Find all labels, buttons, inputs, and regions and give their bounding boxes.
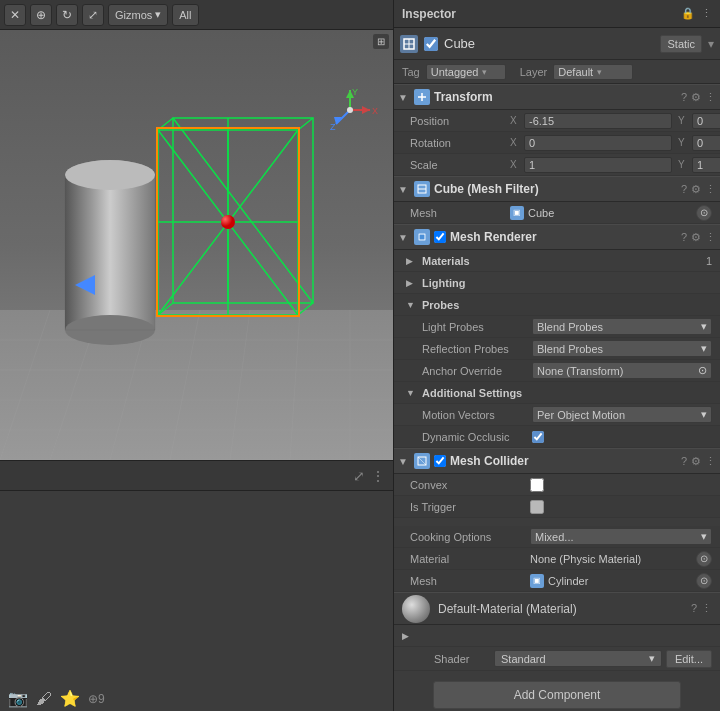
rotation-x-input[interactable] — [524, 135, 672, 151]
material-component-icons: ? ⋮ — [691, 602, 712, 615]
mesh-filter-expand-arrow: ▼ — [398, 184, 410, 195]
rotation-label: Rotation — [410, 137, 510, 149]
mesh-filter-component-header[interactable]: ▼ Cube (Mesh Filter) ? ⚙ ⋮ — [394, 176, 720, 202]
mesh-renderer-checkbox[interactable] — [434, 231, 446, 243]
additional-settings-label: Additional Settings — [422, 387, 522, 399]
mesh-collider-menu-icon[interactable]: ⋮ — [705, 455, 716, 468]
rotation-y-input[interactable] — [692, 135, 720, 151]
mesh-renderer-menu-icon[interactable]: ⋮ — [705, 231, 716, 244]
probes-expand-arrow: ▼ — [406, 300, 418, 310]
tag-dropdown[interactable]: Untagged ▾ — [426, 64, 506, 80]
brush-icon[interactable]: 🖌 — [36, 690, 52, 708]
all-button[interactable]: All — [172, 4, 198, 26]
svg-point-18 — [65, 160, 155, 190]
collider-mesh-select-button[interactable]: ⊙ — [696, 573, 712, 589]
lighting-expand-arrow: ▶ — [406, 278, 418, 288]
materials-label: Materials — [422, 255, 470, 267]
scale-y-input[interactable] — [692, 157, 720, 173]
mesh-filter-help-icon[interactable]: ? — [681, 183, 687, 196]
static-button[interactable]: Static — [660, 35, 702, 53]
light-probes-dropdown[interactable]: Blend Probes ▾ — [532, 318, 712, 335]
mesh-collider-component-header[interactable]: ▼ Mesh Collider ? ⚙ ⋮ — [394, 448, 720, 474]
tag-label: Tag — [402, 66, 420, 78]
position-y-input[interactable] — [692, 113, 720, 129]
move-tool-button[interactable]: ⊕ — [30, 4, 52, 26]
transform-tool-button[interactable]: ✕ — [4, 4, 26, 26]
additional-settings-header[interactable]: ▼ Additional Settings — [394, 382, 720, 404]
transform-menu-icon[interactable]: ⋮ — [705, 91, 716, 104]
position-label: Position — [410, 115, 510, 127]
lock-icon[interactable]: 🔒 — [681, 7, 695, 20]
scene-bottom-content: 📷 🖌 ⭐ ⊕9 — [0, 491, 393, 711]
svg-text:Z: Z — [330, 122, 336, 132]
mesh-renderer-settings-icon[interactable]: ⚙ — [691, 231, 701, 244]
materials-section-header[interactable]: ▶ Materials 1 — [394, 250, 720, 272]
collider-mesh-icon: ▣ — [530, 574, 544, 588]
mesh-row: Mesh ▣ Cube ⊙ — [394, 202, 720, 224]
static-dropdown-arrow[interactable]: ▾ — [708, 37, 714, 51]
transform-component-header[interactable]: ▼ Transform ? ⚙ ⋮ — [394, 84, 720, 110]
star-icon[interactable]: ⭐ — [60, 689, 80, 708]
material-help-icon[interactable]: ? — [691, 602, 697, 615]
active-checkbox[interactable] — [424, 37, 438, 51]
rotate-tool-button[interactable]: ↻ — [56, 4, 78, 26]
mesh-collider-component-icons: ? ⚙ ⋮ — [681, 455, 716, 468]
camera-icon[interactable]: 📷 — [8, 689, 28, 708]
shader-edit-button[interactable]: Edit... — [666, 650, 712, 668]
scene-bottom-toolbar: ⤢ ⋮ — [0, 461, 393, 491]
cooking-options-row: Cooking Options Mixed... ▾ — [394, 526, 720, 548]
svg-point-32 — [221, 215, 235, 229]
convex-checkbox[interactable] — [530, 478, 544, 492]
mesh-select-button[interactable]: ⊙ — [696, 205, 712, 221]
material-header: Default-Material (Material) ? ⋮ — [394, 593, 720, 625]
material-expand-row[interactable]: ▶ — [394, 625, 720, 647]
mesh-collider-help-icon[interactable]: ? — [681, 455, 687, 468]
lighting-section-header[interactable]: ▶ Lighting — [394, 272, 720, 294]
mesh-renderer-component-header[interactable]: ▼ Mesh Renderer ? ⚙ ⋮ — [394, 224, 720, 250]
more-options-icon[interactable]: ⋮ — [371, 468, 385, 484]
maximize-icon[interactable]: ⤢ — [353, 468, 365, 484]
mesh-renderer-header-label: Mesh Renderer — [450, 230, 677, 244]
add-component-button[interactable]: Add Component — [433, 681, 682, 709]
gizmos-button[interactable]: Gizmos ▾ — [108, 4, 168, 26]
cooking-options-dropdown[interactable]: Mixed... ▾ — [530, 528, 712, 545]
physic-material-select-button[interactable]: ⊙ — [696, 551, 712, 567]
rotation-row: Rotation X Y Z — [394, 132, 720, 154]
mesh-collider-checkbox[interactable] — [434, 455, 446, 467]
motion-vectors-dropdown[interactable]: Per Object Motion ▾ — [532, 406, 712, 423]
mesh-filter-menu-icon[interactable]: ⋮ — [705, 183, 716, 196]
inspector-header: Inspector 🔒 ⋮ — [394, 0, 720, 28]
transform-icon — [414, 89, 430, 105]
menu-icon[interactable]: ⋮ — [701, 7, 712, 20]
transform-settings-icon[interactable]: ⚙ — [691, 91, 701, 104]
shader-dropdown[interactable]: Standard ▾ — [494, 650, 662, 667]
scene-overlay-icons: ⊞ — [373, 34, 389, 49]
scale-tool-button[interactable]: ⤢ — [82, 4, 104, 26]
probes-section-header[interactable]: ▼ Probes — [394, 294, 720, 316]
mesh-collider-settings-icon[interactable]: ⚙ — [691, 455, 701, 468]
reflection-probes-dropdown[interactable]: Blend Probes ▾ — [532, 340, 712, 357]
mesh-collider-expand-arrow: ▼ — [398, 456, 410, 467]
is-trigger-checkbox[interactable] — [530, 500, 544, 514]
mesh-filter-header-label: Cube (Mesh Filter) — [434, 182, 677, 196]
scale-x-input[interactable] — [524, 157, 672, 173]
scene-toolbar: ✕ ⊕ ↻ ⤢ Gizmos ▾ All — [0, 0, 393, 30]
position-x-input[interactable] — [524, 113, 672, 129]
transform-help-icon[interactable]: ? — [681, 91, 687, 104]
object-name: Cube — [444, 36, 654, 51]
mesh-filter-settings-icon[interactable]: ⚙ — [691, 183, 701, 196]
mesh-collider-icon — [414, 453, 430, 469]
scene-view[interactable]: Y X Z ⊞ — [0, 30, 393, 460]
material-section: Default-Material (Material) ? ⋮ ▶ Shader… — [394, 592, 720, 671]
layer-dropdown[interactable]: Default ▾ — [553, 64, 633, 80]
is-trigger-row: Is Trigger — [394, 496, 720, 518]
shader-label: Shader — [434, 653, 494, 665]
position-y-field: Y — [678, 113, 720, 129]
mesh-renderer-help-icon[interactable]: ? — [681, 231, 687, 244]
anchor-override-dropdown[interactable]: None (Transform) ⊙ — [532, 362, 712, 379]
dynamic-occlusion-checkbox[interactable] — [532, 431, 544, 443]
material-menu-icon[interactable]: ⋮ — [701, 602, 712, 615]
layer-label: Layer — [520, 66, 548, 78]
transform-component-icons: ? ⚙ ⋮ — [681, 91, 716, 104]
scale-row: Scale X Y Z — [394, 154, 720, 176]
